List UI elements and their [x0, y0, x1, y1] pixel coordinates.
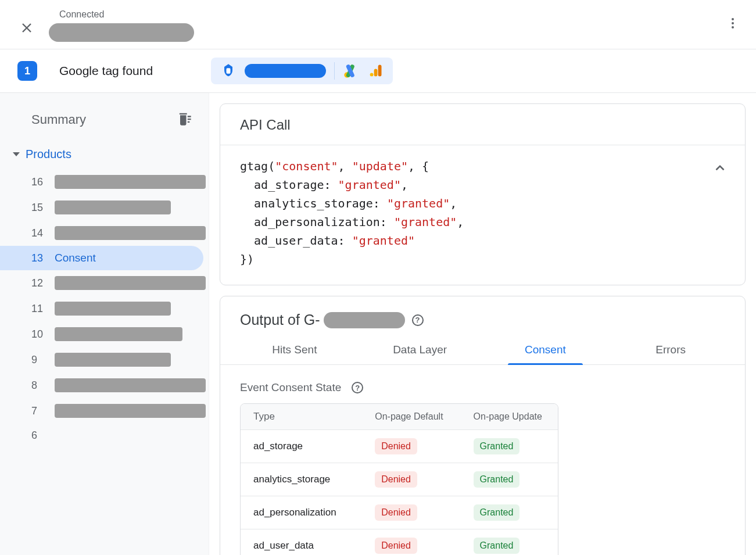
products-toggle[interactable]: Products — [0, 142, 209, 169]
table-row: ad_personalizationDeniedGranted — [241, 496, 558, 529]
table-header: TypeOn-page DefaultOn-page Update — [241, 404, 558, 430]
redacted-tag-id — [245, 64, 326, 78]
redacted-event-label — [55, 175, 206, 189]
product-chips — [211, 58, 393, 84]
consent-type: ad_user_data — [241, 532, 362, 555]
table-header-cell: On-page Default — [362, 404, 460, 429]
redacted-event-label — [55, 226, 206, 240]
svg-rect-7 — [370, 73, 374, 77]
consent-table: TypeOn-page DefaultOn-page Updatead_stor… — [240, 403, 558, 555]
svg-rect-8 — [374, 69, 378, 77]
consent-section-label: Event Consent State — [240, 381, 341, 394]
table-row: ad_storageDeniedGranted — [241, 430, 558, 463]
default-badge: Denied — [375, 471, 417, 488]
summary-label: Summary — [31, 112, 86, 127]
chip-separator — [334, 62, 335, 80]
sidebar: Summary Products 16151413Consent12111098… — [0, 93, 209, 555]
svg-point-2 — [732, 26, 734, 28]
default-badge: Denied — [375, 438, 417, 454]
table-row: ad_user_dataDeniedGranted — [241, 529, 558, 555]
google-analytics-icon — [367, 63, 384, 79]
connection-status: Connected — [59, 9, 744, 20]
api-call-code: gtag("consent", "update", { ad_storage: … — [240, 157, 725, 268]
event-item[interactable]: 13Consent — [0, 246, 203, 270]
redacted-url-pill — [49, 23, 194, 42]
event-item[interactable]: 14 — [0, 220, 209, 246]
tab-consent[interactable]: Consent — [483, 334, 608, 364]
body: Summary Products 16151413Consent12111098… — [0, 93, 756, 555]
event-number: 6 — [31, 429, 46, 442]
consent-type: ad_storage — [241, 432, 362, 460]
event-item[interactable]: 8 — [0, 373, 209, 398]
clear-icon[interactable] — [176, 110, 192, 129]
update-badge: Granted — [474, 471, 520, 488]
header-bar: Connected — [0, 0, 756, 49]
tab-data-layer[interactable]: Data Layer — [357, 334, 483, 364]
event-number: 11 — [31, 303, 46, 315]
svg-rect-3 — [227, 68, 231, 73]
collapse-icon[interactable] — [712, 160, 728, 178]
main-panel: API Call gtag("consent", "update", { ad_… — [209, 93, 756, 555]
more-menu-icon[interactable] — [726, 16, 740, 33]
event-item[interactable]: 16 — [0, 169, 209, 195]
header-title-col: Connected — [49, 9, 744, 42]
table-header-cell: Type — [241, 404, 362, 429]
help-icon[interactable]: ? — [352, 382, 363, 393]
redacted-measurement-id — [324, 312, 405, 328]
event-number: 16 — [31, 176, 46, 188]
consent-type: analytics_storage — [241, 466, 362, 493]
table-row: analytics_storageDeniedGranted — [241, 463, 558, 496]
svg-point-1 — [732, 22, 734, 24]
default-badge: Denied — [375, 538, 417, 554]
redacted-event-label — [55, 302, 171, 316]
redacted-event-label — [55, 327, 182, 341]
tag-found-label: Google tag found — [59, 64, 153, 78]
output-title: Output of G- ? — [220, 296, 745, 334]
consent-type: ad_personalization — [241, 499, 362, 527]
update-badge: Granted — [474, 504, 520, 521]
api-call-title: API Call — [220, 104, 745, 145]
event-item[interactable]: 10 — [0, 321, 209, 347]
redacted-event-label — [55, 378, 206, 392]
default-badge: Denied — [375, 504, 417, 521]
update-badge: Granted — [474, 438, 520, 454]
google-tag-icon — [220, 63, 237, 79]
output-title-prefix: Output of G- — [240, 311, 320, 328]
event-item[interactable]: 7 — [0, 398, 209, 424]
products-label: Products — [26, 148, 71, 161]
event-number: 10 — [31, 328, 46, 341]
event-item[interactable]: 12 — [0, 270, 209, 296]
redacted-event-label — [55, 200, 171, 214]
output-card: Output of G- ? Hits SentData LayerConsen… — [220, 296, 746, 555]
google-ads-icon — [343, 63, 359, 79]
table-header-cell: On-page Update — [461, 404, 558, 429]
tab-errors[interactable]: Errors — [608, 334, 733, 364]
event-item[interactable]: 11 — [0, 296, 209, 321]
event-number: 7 — [31, 405, 46, 417]
consent-section-title: Event Consent State ? — [220, 365, 745, 403]
event-item[interactable]: 6 — [0, 424, 209, 447]
redacted-event-label — [55, 276, 206, 290]
update-badge: Granted — [474, 538, 520, 554]
chevron-down-icon — [13, 152, 20, 156]
svg-point-0 — [732, 18, 734, 20]
event-item[interactable]: 15 — [0, 195, 209, 220]
help-icon[interactable]: ? — [412, 314, 424, 326]
tag-count-badge: 1 — [17, 61, 37, 81]
event-item[interactable]: 9 — [0, 347, 209, 373]
subheader-bar: 1 Google tag found — [0, 49, 756, 93]
api-call-body: gtag("consent", "update", { ad_storage: … — [220, 145, 745, 285]
event-number: 12 — [31, 277, 46, 289]
tab-hits-sent[interactable]: Hits Sent — [232, 334, 357, 364]
output-tabs: Hits SentData LayerConsentErrors — [220, 334, 745, 365]
close-icon[interactable] — [19, 20, 35, 36]
event-number: 15 — [31, 202, 46, 214]
event-number: 13 — [31, 252, 46, 264]
event-label: Consent — [55, 252, 96, 264]
event-number: 8 — [31, 379, 46, 392]
summary-row[interactable]: Summary — [0, 105, 209, 142]
api-call-card: API Call gtag("consent", "update", { ad_… — [220, 103, 746, 285]
svg-rect-9 — [378, 65, 382, 77]
redacted-event-label — [55, 404, 206, 418]
event-number: 9 — [31, 354, 46, 366]
